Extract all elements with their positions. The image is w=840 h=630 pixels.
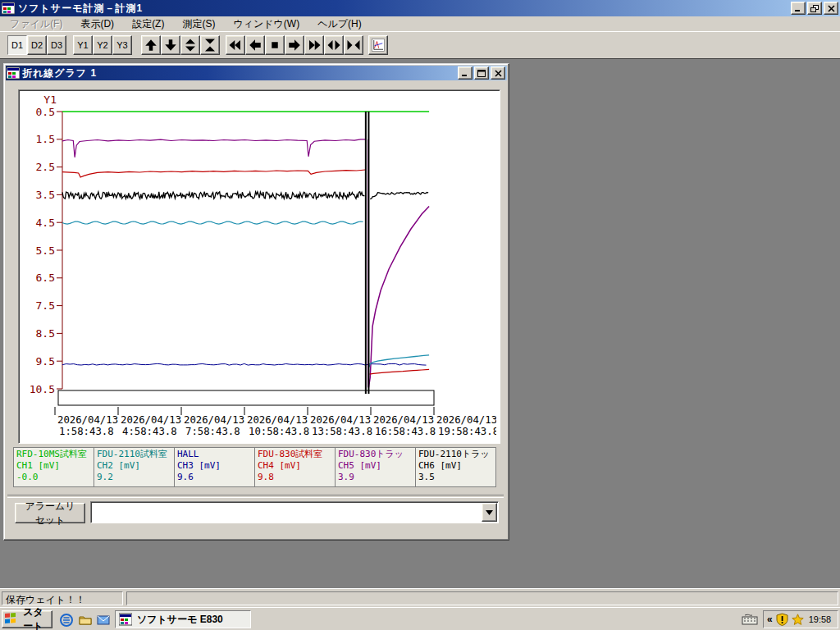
toolbar-button-d2[interactable]: D2 <box>27 35 47 55</box>
toolbar-button-d3[interactable]: D3 <box>47 35 66 55</box>
menu-item-4[interactable]: 測定(S) <box>176 16 221 32</box>
channel-name: FDU-2110トラッ <box>418 449 495 460</box>
restore-button[interactable] <box>807 2 822 15</box>
task-button-softthermo[interactable]: ソフトサーモ E830 <box>115 610 251 628</box>
maximize-button[interactable] <box>474 66 489 80</box>
channel-value: -0.0 <box>16 472 94 483</box>
x-tick-date: 2026/04/13 <box>184 414 244 426</box>
taskbar: スタート ソフトサーモ E830 « 19:58 <box>0 607 840 630</box>
series-CH3 <box>62 363 427 365</box>
y-tick-label: 0.5 <box>36 106 55 118</box>
toolbar-button-step-back[interactable] <box>245 35 265 55</box>
x-tick-time: 16:58:43.8 <box>375 426 436 437</box>
x-tick-date: 2026/04/13 <box>310 414 371 426</box>
toolbar-button-graph-window[interactable] <box>368 35 388 55</box>
graph-window-titlebar[interactable]: 折れ線グラフ 1 <box>6 66 507 80</box>
legend-channel-4: FDU-830試料室 CH4 [mV] 9.8 <box>255 448 336 486</box>
compress-horizontal-icon <box>346 38 361 52</box>
toolbar-button-y3[interactable]: Y3 <box>112 35 132 55</box>
y-tick-label: 4.5 <box>36 217 55 229</box>
pan-down-icon <box>163 38 178 52</box>
line-chart: 0.51.52.53.54.55.56.57.58.59.510.5Y12026… <box>19 90 496 440</box>
graph-window-title: 折れ線グラフ 1 <box>22 66 97 80</box>
x-tick-time: 1:58:43.8 <box>59 426 114 437</box>
toolbar-button-step-forward[interactable] <box>285 35 304 55</box>
toolbar-button-expand-horizontal[interactable] <box>324 35 344 55</box>
start-label: スタート <box>20 605 47 630</box>
close-button[interactable] <box>491 66 505 80</box>
series-CH4-pre <box>62 170 365 177</box>
series-CH6-pre <box>62 192 364 199</box>
menu-bar: ファイル(F)表示(D)設定(Z)測定(S)ウィンドウ(W)ヘルプ(H) <box>0 16 840 31</box>
outlook-express-icon[interactable] <box>96 613 110 627</box>
task-button-label: ソフトサーモ E830 <box>137 613 223 627</box>
pan-up-icon <box>144 38 158 52</box>
menu-item-5[interactable]: ウィンドウ(W) <box>226 16 306 32</box>
start-button[interactable]: スタート <box>2 610 52 628</box>
toolbar-button-y1[interactable]: Y1 <box>73 35 93 55</box>
toolbar-button-compress-vertical[interactable] <box>200 35 220 55</box>
window-title: ソフトサーモ計測－計測1 <box>18 2 143 16</box>
x-tick-time: 13:58:43.8 <box>312 426 372 437</box>
toolbar-button-stop[interactable] <box>265 35 285 55</box>
channel-name: HALL <box>177 449 254 460</box>
graph-window-icon <box>371 38 386 52</box>
ie-quicklaunch-icon[interactable] <box>59 613 73 627</box>
x-tick-date: 2026/04/13 <box>373 414 434 426</box>
x-tick-time: 4:58:43.8 <box>122 426 177 437</box>
y-axis-title: Y1 <box>43 94 57 106</box>
minimize-button[interactable] <box>791 2 806 15</box>
y-tick-label: 10.5 <box>30 383 55 395</box>
series-CH2-pre <box>62 221 363 224</box>
status-message: 保存ウェイト！！ <box>2 591 123 605</box>
menu-item-2[interactable]: 表示(D) <box>74 16 121 32</box>
toolbar-button-compress-horizontal[interactable] <box>344 35 363 55</box>
ime-keyboard-icon[interactable] <box>742 614 758 628</box>
legend-channel-1: RFD-10MS試料室 CH1 [mV] -0.0 <box>14 448 94 486</box>
toolbar-button-y2[interactable]: Y2 <box>93 35 112 55</box>
alarm-reset-button[interactable]: アラームリセット <box>15 503 85 523</box>
expand-vertical-icon <box>183 38 198 52</box>
graph-window: 折れ線グラフ 1 0.51.52.53.54.55.56.57.58.59.51… <box>3 63 509 541</box>
toolbar-button-expand-vertical[interactable] <box>180 35 200 55</box>
series-CH2-post <box>369 355 429 368</box>
toolbar-button-rewind[interactable] <box>226 35 245 55</box>
toolbar-button-d1[interactable]: D1 <box>7 35 27 55</box>
chart-panel: 0.51.52.53.54.55.56.57.58.59.510.5Y12026… <box>18 89 500 444</box>
y-tick-label: 6.5 <box>36 272 55 284</box>
main-titlebar: ソフトサーモ計測－計測1 <box>0 0 840 16</box>
toolbar-button-fast-forward[interactable] <box>304 35 324 55</box>
tray-chevron-icon[interactable]: « <box>767 614 773 625</box>
toolbar-button-pan-down[interactable] <box>161 35 180 55</box>
toolbar: D1D2D3Y1Y2Y3 <box>0 31 840 58</box>
series-CH5-post <box>368 207 429 388</box>
channel-name: FDU-2110試料室 <box>97 449 174 460</box>
menu-item-3[interactable]: 設定(Z) <box>126 16 171 32</box>
mdi-client-area: 折れ線グラフ 1 0.51.52.53.54.55.56.57.58.59.51… <box>0 58 840 589</box>
y-tick-label: 5.5 <box>36 244 55 257</box>
legend-channel-2: FDU-2110試料室 CH2 [mV] 9.2 <box>94 448 175 486</box>
legend-channel-5: FDU-830トラッ CH5 [mV] 3.9 <box>336 448 416 486</box>
y-tick-label: 1.5 <box>36 133 55 145</box>
marker-strip <box>58 390 434 405</box>
security-alert-icon[interactable] <box>776 613 788 626</box>
close-button[interactable] <box>824 2 838 15</box>
status-cell-2 <box>126 591 838 605</box>
y-tick-label: 9.5 <box>36 355 55 368</box>
graph-window-client: 0.51.52.53.54.55.56.57.58.59.510.5Y12026… <box>6 80 507 538</box>
channel-legend: RFD-10MS試料室 CH1 [mV] -0.0FDU-2110試料室 CH2… <box>13 447 496 487</box>
x-tick-date: 2026/04/13 <box>121 414 181 426</box>
series-CH6-post <box>370 192 428 199</box>
step-back-icon <box>248 38 262 52</box>
system-tray: « 19:58 <box>763 610 838 628</box>
show-desktop-icon[interactable] <box>78 613 92 627</box>
combo-dropdown-button[interactable] <box>482 503 497 522</box>
minimize-button[interactable] <box>458 66 472 80</box>
channel-label: CH4 [mV] <box>258 460 335 472</box>
series-CH4-post <box>370 369 430 374</box>
screen: ソフトサーモ計測－計測1 ファイル(F)表示(D)設定(Z)測定(S)ウィンドウ… <box>0 0 840 630</box>
toolbar-button-pan-up[interactable] <box>141 35 161 55</box>
menu-item-6[interactable]: ヘルプ(H) <box>311 16 368 32</box>
update-notification-icon[interactable] <box>792 614 804 626</box>
alarm-combobox[interactable] <box>90 501 499 523</box>
